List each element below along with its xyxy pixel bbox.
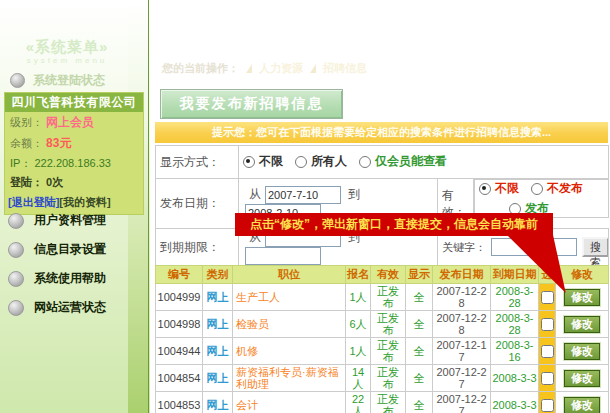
row-select-checkbox[interactable]	[541, 345, 554, 358]
cell-position: 机修	[233, 338, 346, 365]
radio-icon[interactable]	[531, 183, 543, 195]
account-info-panel: 四川飞普科技有限公司 级别： 网上会员 余额： 83元 IP： 222.208.…	[4, 92, 144, 215]
breadcrumb: 您的当前操作： 人力资源 招聘信息	[162, 61, 367, 76]
cell-id: 1004853	[156, 392, 203, 413]
row-select-checkbox[interactable]	[541, 318, 554, 331]
sidebar-item-label: 系统使用帮助	[34, 270, 106, 287]
cell-applicants: 6人	[346, 311, 371, 338]
cell-valid: 正发布	[371, 392, 406, 413]
cell-display: 全	[406, 365, 433, 392]
triangle-icon	[246, 64, 252, 73]
modify-button[interactable]: 修改	[564, 370, 600, 387]
col-header-position: 职位	[233, 266, 346, 284]
publish-from-input[interactable]	[265, 186, 341, 204]
cell-id: 1004854	[156, 365, 203, 392]
logout-link[interactable]: [退出登陆]	[8, 196, 59, 208]
cell-valid: 正发布	[371, 311, 406, 338]
cell-publish-date: 2007-12-27	[433, 392, 491, 413]
table-row: 1004998 网上 检验员 6人 正发布 全 2007-12-28 2008-…	[156, 311, 609, 338]
radio-option-unlimited[interactable]: 不限	[479, 180, 519, 197]
row-select-checkbox[interactable]	[541, 399, 554, 412]
cell-publish-date: 2007-12-28	[433, 284, 491, 311]
triangle-icon	[310, 64, 316, 73]
account-balance-row: 余额： 83元	[5, 133, 143, 154]
cell-expire-date: 2008-3-16	[491, 338, 539, 365]
col-header-expire-date: 到期日期	[491, 266, 539, 284]
cell-valid: 正发布	[371, 338, 406, 365]
radio-label: 所有人	[311, 153, 347, 170]
radio-label: 不限	[495, 180, 519, 197]
sidebar-item-label: 信息目录设置	[34, 241, 106, 258]
ip-value: 222.208.186.33	[34, 157, 110, 169]
breadcrumb-item-hr[interactable]: 人力资源	[259, 61, 303, 76]
table-row: 1004854 网上 薪资福利专员·薪资福利助理 14人 正发布 全 2007-…	[156, 365, 609, 392]
cell-position: 会计	[233, 392, 346, 413]
radio-label: 不限	[259, 153, 283, 170]
account-links: [退出登陆][我的资料]	[5, 192, 143, 214]
modify-button[interactable]: 修改	[564, 289, 600, 306]
cell-publish-date: 2007-12-28	[433, 311, 491, 338]
radio-option-everyone[interactable]: 所有人	[295, 153, 347, 170]
cell-id: 1004998	[156, 311, 203, 338]
cell-position: 薪资福利专员·薪资福利助理	[233, 365, 346, 392]
my-profile-link[interactable]: [我的资料]	[59, 196, 110, 208]
search-tip-banner: 提示您：您可在下面根据需要给定相应的搜索条件进行招聘信息搜索...	[155, 122, 608, 143]
display-mode-options: 不限所有人仅会员能查看	[239, 146, 609, 179]
sidebar-item-label: 用户资料管理	[34, 212, 106, 229]
account-login-count-row: 登陆： 0次	[5, 173, 143, 192]
login-status-header: 系统登陆状态	[10, 72, 105, 89]
sidebar-item-site-status[interactable]: 网站运营状态	[8, 299, 106, 316]
sidebar-item-label: 网站运营状态	[34, 299, 106, 316]
expire-to-input[interactable]	[245, 247, 321, 265]
cell-valid: 正发布	[371, 365, 406, 392]
login-status-title: 系统登陆状态	[33, 72, 105, 89]
sidebar-item-system-help[interactable]: 系统使用帮助	[8, 270, 106, 287]
cell-applicants: 22人	[346, 392, 371, 413]
sidebar-item-user-data[interactable]: 用户资料管理	[8, 212, 106, 229]
login-count-value: 0次	[46, 176, 63, 188]
cell-publish-date: 2007-12-17	[433, 338, 491, 365]
radio-label: 仅会员能查看	[375, 153, 447, 170]
cell-category: 网上	[203, 365, 233, 392]
cell-publish-date: 2007-12-27	[433, 365, 491, 392]
cell-select	[539, 392, 556, 413]
cell-display: 全	[406, 392, 433, 413]
radio-option-members-only[interactable]: 仅会员能查看	[359, 153, 447, 170]
publish-date-label: 发布日期：	[156, 179, 239, 229]
radio-icon[interactable]	[243, 156, 255, 168]
display-mode-label: 显示方式：	[156, 146, 239, 179]
radio-icon[interactable]	[295, 156, 307, 168]
bullet-orb-icon	[8, 300, 24, 316]
cell-category: 网上	[203, 392, 233, 413]
cell-modify: 修改	[556, 311, 609, 338]
modify-button[interactable]: 修改	[564, 316, 600, 333]
sidebar-item-info-directory[interactable]: 信息目录设置	[8, 241, 106, 258]
cell-modify: 修改	[556, 338, 609, 365]
cell-expire-date: 2008-3-28	[491, 284, 539, 311]
keyword-label: 关键字：	[442, 240, 486, 255]
radio-icon[interactable]	[479, 183, 491, 195]
ip-label: IP：	[10, 157, 31, 169]
row-select-checkbox[interactable]	[541, 291, 554, 304]
radio-icon[interactable]	[359, 156, 371, 168]
breadcrumb-item-recruit[interactable]: 招聘信息	[323, 61, 367, 76]
level-value: 网上会员	[46, 115, 94, 129]
cell-select	[539, 311, 556, 338]
radio-option-unlimited[interactable]: 不限	[243, 153, 283, 170]
row-select-checkbox[interactable]	[541, 372, 554, 385]
table-row: 1004999 网上 生产工人 1人 正发布 全 2007-12-28 2008…	[156, 284, 609, 311]
cell-select	[539, 365, 556, 392]
col-header-valid: 有效	[371, 266, 406, 284]
publish-new-job-button[interactable]: 我要发布新招聘信息	[160, 89, 343, 119]
search-button[interactable]: 搜索	[582, 237, 609, 257]
sidebar-menu-subtitle: system menu	[0, 56, 134, 65]
radio-option-not-published[interactable]: 不发布	[531, 180, 583, 197]
cell-display: 全	[406, 311, 433, 338]
login-count-label: 登陆：	[10, 176, 43, 188]
level-label: 级别：	[10, 116, 43, 128]
modify-button[interactable]: 修改	[564, 397, 600, 413]
account-ip-row: IP： 222.208.186.33	[5, 154, 143, 173]
cell-expire-date: 2008-3-3	[491, 392, 539, 413]
modify-button[interactable]: 修改	[564, 343, 600, 360]
cell-modify: 修改	[556, 365, 609, 392]
